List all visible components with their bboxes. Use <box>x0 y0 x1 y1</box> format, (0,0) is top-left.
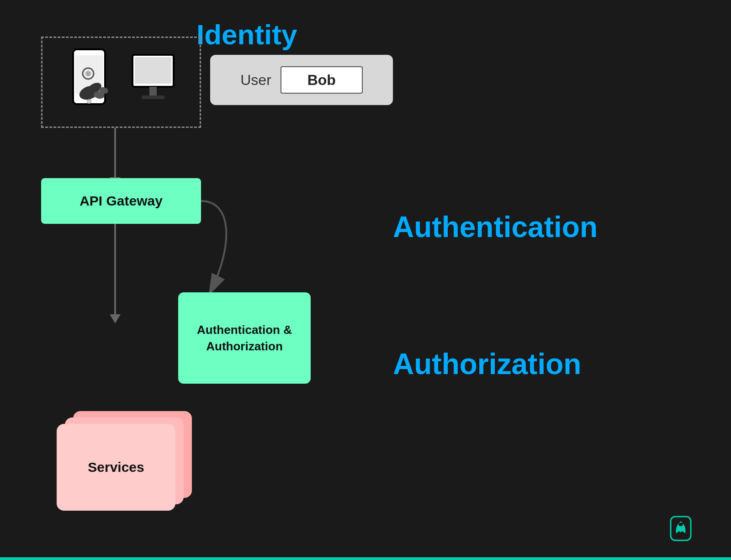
phone-icon <box>64 46 119 119</box>
arrow-gateway-to-services <box>114 224 116 315</box>
svg-rect-10 <box>135 57 171 84</box>
svg-point-15 <box>678 523 683 526</box>
bottom-accent-line <box>0 557 731 560</box>
diagram-container: Identity <box>0 0 731 560</box>
services-box-front: Services <box>57 424 175 511</box>
services-stack: Services <box>55 411 183 507</box>
logo <box>667 514 694 542</box>
user-value-box: Bob <box>281 66 363 94</box>
arrow-client-to-gateway <box>114 128 116 178</box>
svg-rect-12 <box>142 95 164 99</box>
user-value: Bob <box>307 72 336 89</box>
auth-authz-box: Authentication &Authorization <box>178 292 311 384</box>
auth-authz-label: Authentication &Authorization <box>197 322 292 355</box>
authentication-label: Authentication <box>393 210 598 244</box>
services-label: Services <box>88 460 144 475</box>
identity-title: Identity <box>196 18 297 51</box>
api-gateway-label: API Gateway <box>79 193 163 209</box>
api-gateway-box: API Gateway <box>41 178 201 224</box>
user-identity-card: User Bob <box>210 55 393 105</box>
svg-rect-11 <box>149 87 157 97</box>
authorization-label: Authorization <box>393 347 581 381</box>
user-label: User <box>240 72 271 89</box>
svg-point-8 <box>85 71 91 76</box>
client-devices-box <box>41 37 201 128</box>
monitor-icon <box>128 50 178 114</box>
